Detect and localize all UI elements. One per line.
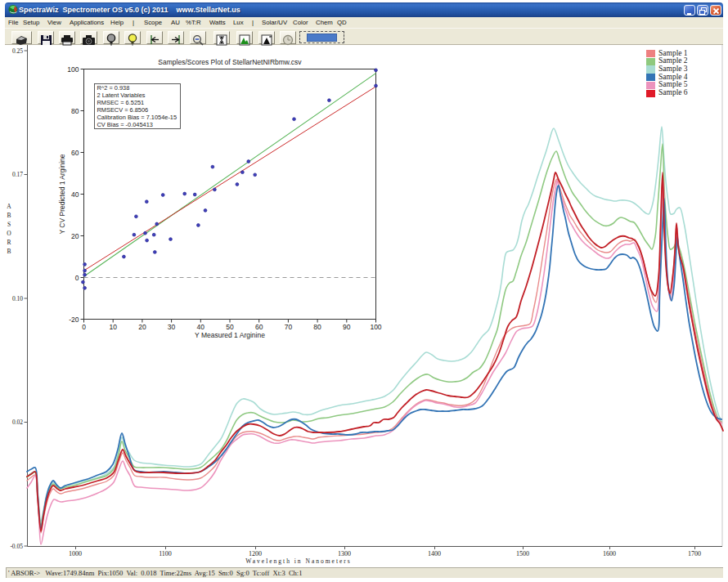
svg-text:RMSEC = 6.5251: RMSEC = 6.5251 [97,99,145,106]
svg-text:1700: 1700 [688,550,701,557]
svg-text:30: 30 [168,323,176,331]
svg-text:20: 20 [71,232,79,240]
svg-text:50: 50 [226,323,234,331]
svg-text:R: R [7,239,11,246]
svg-text:Samples/Scores Plot of Stellar: Samples/Scores Plot of StellarNetNIRbmw.… [158,58,302,66]
svg-text:0.25: 0.25 [12,47,23,55]
svg-text:70: 70 [285,323,293,331]
svg-text:-20: -20 [69,316,79,324]
svg-text:1500: 1500 [516,550,529,557]
svg-text:Y Measured 1 Arginine: Y Measured 1 Arginine [195,331,265,339]
svg-text:A: A [7,203,11,210]
svg-text:B: B [7,248,11,255]
svg-text:0: 0 [75,274,79,282]
svg-text:Wavelength in Nanometers: Wavelength in Nanometers [245,557,351,565]
svg-text:0.10: 0.10 [12,295,23,302]
svg-text:2 Latent Variables: 2 Latent Variables [97,92,146,99]
svg-text:60: 60 [71,149,79,157]
svg-text:1100: 1100 [159,550,172,557]
svg-text:0.02: 0.02 [12,419,23,426]
svg-text:80: 80 [313,323,321,331]
svg-text:10: 10 [109,323,117,331]
svg-text:40: 40 [71,190,79,199]
svg-text:40: 40 [197,323,205,331]
svg-text:O: O [7,230,11,237]
svg-text:Y CV Predicted 1 Arginine: Y CV Predicted 1 Arginine [58,154,66,234]
svg-text:0.17: 0.17 [12,171,23,178]
svg-text:1400: 1400 [428,550,441,557]
svg-text:1600: 1600 [603,550,616,557]
svg-text:60: 60 [255,323,263,331]
svg-text:R^2 = 0.938: R^2 = 0.938 [97,84,130,92]
svg-text:100: 100 [370,323,381,331]
svg-text:-0.05: -0.05 [10,543,23,550]
svg-text:1300: 1300 [338,550,351,557]
svg-text:CV Bias = -0.045413: CV Bias = -0.045413 [97,121,153,128]
svg-text:0: 0 [82,323,86,331]
svg-text:1200: 1200 [249,550,262,557]
svg-text:90: 90 [343,323,351,331]
svg-text:20: 20 [138,323,146,331]
svg-text:80: 80 [71,107,79,115]
svg-text:RMSECV = 6.8506: RMSECV = 6.8506 [97,106,149,114]
svg-text:100: 100 [67,65,79,74]
svg-text:Calibration Bias = 7.1054e-15: Calibration Bias = 7.1054e-15 [97,114,178,121]
svg-text:B: B [7,212,11,219]
svg-text:1000: 1000 [69,550,82,557]
svg-text:S: S [7,221,11,228]
